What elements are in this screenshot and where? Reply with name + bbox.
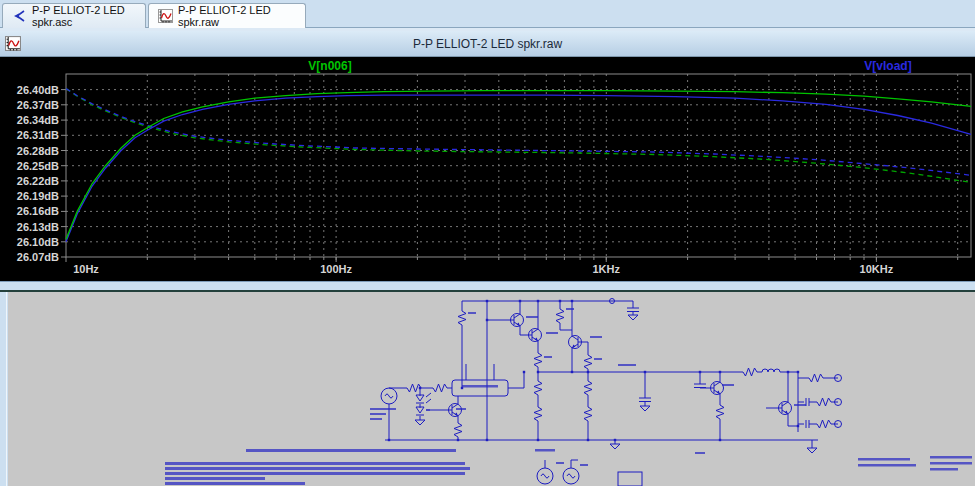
schematic-left-margin bbox=[0, 292, 7, 486]
schematic-panel[interactable] bbox=[8, 292, 975, 486]
y-axis-label: 26.16dB bbox=[17, 205, 59, 217]
ic-box bbox=[452, 380, 508, 396]
plot-window-titlebar[interactable]: P-P ELLIOT-2 LED spkr.raw bbox=[0, 31, 975, 57]
schematic-components[interactable] bbox=[381, 299, 842, 486]
y-axis-label: 26.31dB bbox=[17, 129, 59, 141]
y-axis-label: 26.34dB bbox=[17, 114, 59, 126]
y-axis-label: 26.22dB bbox=[17, 175, 59, 187]
tab-bar: P-P ELLIOT-2 LED spkr.asc P-P ELLIOT-2 L… bbox=[0, 0, 975, 28]
y-axis-label: 26.19dB bbox=[17, 190, 59, 202]
bottom-source-1 bbox=[537, 468, 553, 484]
schematic-canvas[interactable] bbox=[8, 292, 975, 486]
schematic-junctions bbox=[388, 300, 799, 441]
trace-v-vload-magnitude bbox=[66, 95, 971, 242]
x-axis-label: 100Hz bbox=[320, 263, 352, 275]
y-axis-label: 26.25dB bbox=[17, 160, 59, 172]
x-axis-label: 1KHz bbox=[593, 263, 621, 275]
plot-svg[interactable]: 26.40dB26.37dB26.34dB26.31dB26.28dB26.25… bbox=[0, 57, 975, 281]
led-arrows bbox=[426, 393, 431, 403]
y-axis-label: 26.07dB bbox=[17, 251, 59, 263]
tab-waveform[interactable]: P-P ELLIOT-2 LED spkr.raw bbox=[148, 3, 306, 28]
bottom-source-2 bbox=[563, 468, 579, 484]
plot-window-title: P-P ELLIOT-2 LED spkr.raw bbox=[0, 37, 975, 51]
window-splitter[interactable] bbox=[0, 281, 975, 292]
bottom-box bbox=[618, 472, 642, 486]
y-axis-label: 26.40dB bbox=[17, 84, 59, 96]
waveform-icon bbox=[158, 9, 173, 23]
x-axis-label: 10Hz bbox=[73, 263, 99, 275]
schematic-icon bbox=[12, 9, 27, 23]
waveform-icon bbox=[5, 36, 21, 51]
tab-label: P-P ELLIOT-2 LED spkr.raw bbox=[178, 4, 296, 28]
ltspice-window: P-P ELLIOT-2 LED spkr.asc P-P ELLIOT-2 L… bbox=[0, 0, 975, 486]
y-axis-label: 26.37dB bbox=[17, 99, 59, 111]
tab-schematic[interactable]: P-P ELLIOT-2 LED spkr.asc bbox=[2, 3, 146, 28]
x-axis-label: 10KHz bbox=[860, 263, 894, 275]
plot-panel[interactable]: V[n006] V[vload] 26.40dB26.37dB26.34dB26… bbox=[0, 57, 975, 281]
tab-label: P-P ELLIOT-2 LED spkr.asc bbox=[32, 4, 136, 28]
y-axis-label: 26.28dB bbox=[17, 145, 59, 157]
y-axis-label: 26.10dB bbox=[17, 236, 59, 248]
trace-v-n006-magnitude bbox=[66, 91, 971, 240]
y-axis-label: 26.13dB bbox=[17, 221, 59, 233]
schematic-annotation bbox=[165, 308, 972, 485]
trace-v-vload-phase bbox=[66, 89, 971, 176]
